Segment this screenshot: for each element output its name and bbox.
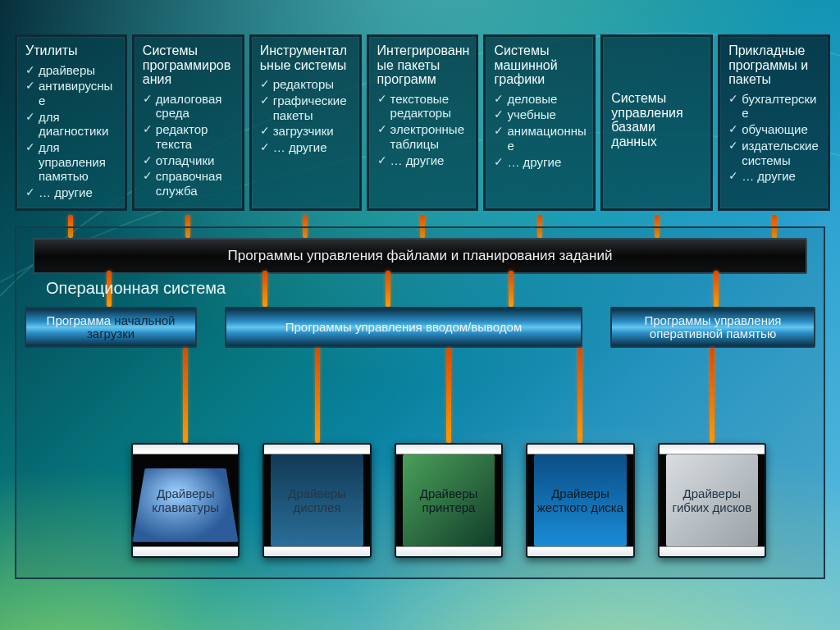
drivers-row: Драйверы клавиатурыДрайверы дисплеяДрайв… <box>131 443 766 558</box>
connector <box>262 271 267 307</box>
os-programs-row: Программа начальной загрузки Программы у… <box>25 307 815 348</box>
card-item: редактор текста <box>143 122 235 151</box>
card-items: текстовые редакторыэлектронные таблицы… … <box>377 90 470 167</box>
connector <box>710 348 714 443</box>
connector <box>386 271 390 307</box>
driver-label: Драйверы дисплея <box>264 487 369 514</box>
card-title: Системы программирования <box>143 43 235 87</box>
driver-card: Драйверы гибких дисков <box>658 443 766 558</box>
card-item: загрузчики <box>260 124 353 139</box>
card-item: издательские системы <box>728 139 821 167</box>
card-item: текстовые редакторы <box>377 92 470 121</box>
connector <box>315 348 320 443</box>
driver-card: Драйверы принтера <box>395 443 503 558</box>
os-box-io: Программы управления вводом/выводом <box>225 307 582 348</box>
diagram: Утилитыдрайверыантивирусныедля диагности… <box>0 0 840 630</box>
card-item: … другие <box>377 153 470 168</box>
card-title: Инструментальные системы <box>260 43 353 72</box>
os-box-label: Программы управления оперативной памятью <box>619 314 807 340</box>
card-items: деловыеучебныеанимационные… другие <box>494 90 587 169</box>
card-items: редакторыграфические пакетызагрузчики… д… <box>260 75 353 154</box>
card-item: диалоговая среда <box>143 92 235 121</box>
card-item: … другие <box>25 185 118 200</box>
category-card: Системы машинной графикиделовыеучебныеан… <box>483 34 596 211</box>
connector <box>578 348 582 443</box>
os-box-label: Программы управления вводом/выводом <box>285 321 523 334</box>
connector <box>183 348 188 443</box>
card-item: редакторы <box>260 77 353 92</box>
card-item: графические пакеты <box>260 94 353 122</box>
driver-card: Драйверы жесткого диска <box>526 443 634 558</box>
file-management-bar: Программы управления файлами и планирова… <box>33 238 807 274</box>
os-box-label: Программа начальной загрузки <box>33 314 189 340</box>
os-box-memory: Программы управления оперативной памятью <box>610 307 815 348</box>
driver-card: Драйверы дисплея <box>262 443 371 558</box>
card-item: … другие <box>728 169 821 184</box>
driver-label: Драйверы клавиатуры <box>133 487 238 514</box>
os-box-bootloader: Программа начальной загрузки <box>25 307 197 348</box>
driver-label: Драйверы гибких дисков <box>660 487 765 514</box>
card-item: отладчики <box>143 153 235 168</box>
file-management-label: Программы управления файлами и планирова… <box>228 248 613 264</box>
os-heading: Операционная система <box>46 279 226 298</box>
card-items: бухгалтерскиеобучающиеиздательские систе… <box>728 90 821 184</box>
card-item: электронные таблицы <box>377 122 470 151</box>
connector <box>714 271 719 307</box>
card-item: … другие <box>494 155 587 170</box>
card-title: Интегрированные пакеты программ <box>377 43 470 87</box>
driver-label: Драйверы принтера <box>396 487 501 514</box>
card-item: драйверы <box>25 63 118 78</box>
card-item: бухгалтерские <box>728 92 821 121</box>
card-item: … другие <box>260 140 353 155</box>
category-card: Системы программированиядиалоговая среда… <box>132 34 244 211</box>
card-title: Системы машинной графики <box>494 43 587 87</box>
driver-card: Драйверы клавиатуры <box>131 443 240 558</box>
driver-label: Драйверы жесткого диска <box>527 487 632 514</box>
card-item: анимационные <box>494 124 587 153</box>
category-card: Интегрированные пакеты программтекстовые… <box>367 34 479 211</box>
card-title: Утилиты <box>25 43 118 58</box>
connector <box>446 348 451 443</box>
card-items: драйверыантивирусныедля диагностикидля у… <box>25 62 118 200</box>
card-item: для управления памятью <box>25 140 118 184</box>
category-card: Прикладные программы и пакетыбухгалтерск… <box>718 34 830 211</box>
category-card: Инструментальные системыредакторыграфиче… <box>249 34 362 211</box>
connector <box>509 271 514 307</box>
card-item: обучающие <box>728 122 821 137</box>
top-categories-row: Утилитыдрайверыантивирусныедля диагности… <box>15 34 830 211</box>
category-card: Системы управления базами данных <box>600 34 713 211</box>
card-title: Системы управления базами данных <box>611 91 704 148</box>
card-item: справочная служба <box>143 169 235 198</box>
card-item: для диагностики <box>25 110 118 139</box>
card-item: деловые <box>494 92 587 107</box>
card-items: диалоговая средаредактор текстаотладчики… <box>143 90 235 199</box>
card-item: антивирусные <box>25 79 118 107</box>
card-title: Прикладные программы и пакеты <box>728 43 821 87</box>
card-item: учебные <box>494 107 587 122</box>
category-card: Утилитыдрайверыантивирусныедля диагности… <box>15 34 127 211</box>
